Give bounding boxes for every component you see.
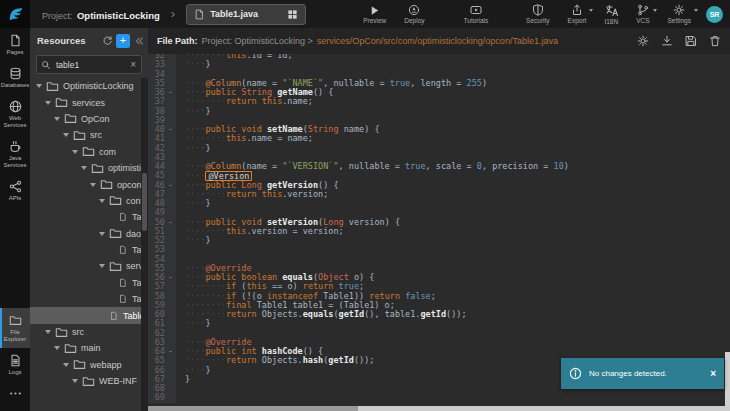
- resources-scrollbar-thumb[interactable]: [142, 173, 147, 231]
- tree-item[interactable]: main: [30, 340, 141, 356]
- expand-arrow-icon[interactable]: [99, 232, 105, 236]
- editor-settings-button[interactable]: [637, 35, 649, 47]
- tree-item[interactable]: webapp: [30, 357, 141, 373]
- rail-item-file-explorer[interactable]: File Explorer: [0, 308, 30, 348]
- editor-hscrollbar-thumb[interactable]: [148, 406, 358, 411]
- deploy-button[interactable]: Deploy: [404, 4, 424, 24]
- code-line[interactable]: 61····}: [148, 319, 730, 328]
- expand-arrow-icon[interactable]: [54, 346, 60, 350]
- fold-marker-icon[interactable]: -: [168, 125, 176, 134]
- tab-table1-java[interactable]: Table1.java: [186, 4, 306, 25]
- preview-button[interactable]: Preview: [363, 5, 386, 24]
- code-line[interactable]: 60········return Objects.equals(getId(),…: [148, 310, 730, 319]
- code-line[interactable]: 47········return this.version;: [148, 190, 730, 199]
- code-line[interactable]: 44····@Column(name = "`VERSION`", nullab…: [148, 162, 730, 171]
- rail-item-label: Databases: [1, 82, 30, 89]
- delete-file-button[interactable]: [709, 35, 721, 47]
- tree-item[interactable]: WEB-INF: [30, 373, 141, 389]
- api-icon: [9, 180, 22, 193]
- tree-item[interactable]: com: [30, 144, 141, 160]
- download-file-button[interactable]: [661, 35, 673, 47]
- security-button[interactable]: Security: [526, 4, 549, 24]
- expand-arrow-icon[interactable]: [81, 166, 87, 170]
- code-text: }: [176, 375, 190, 384]
- fold-marker-icon[interactable]: -: [168, 218, 176, 227]
- toast-close-button[interactable]: ×: [710, 368, 716, 379]
- fold-marker-icon[interactable]: -: [168, 347, 176, 356]
- expand-arrow-icon[interactable]: [63, 363, 69, 367]
- code-text: [176, 255, 185, 264]
- expand-arrow-icon[interactable]: [45, 101, 51, 105]
- settings-button[interactable]: Settings: [668, 4, 692, 24]
- tree-item[interactable]: optimisticlocking: [30, 160, 141, 176]
- code-line[interactable]: 41········this.name = name;: [148, 134, 730, 143]
- app-logo[interactable]: [0, 0, 30, 28]
- code-line[interactable]: 53: [148, 245, 730, 254]
- code-line[interactable]: 38····}: [148, 107, 730, 116]
- expand-arrow-icon[interactable]: [45, 330, 51, 334]
- tree-item[interactable]: src: [30, 324, 141, 340]
- tree-item[interactable]: service: [30, 258, 141, 274]
- code-text: [176, 393, 185, 402]
- search-input[interactable]: [54, 59, 129, 71]
- code-line[interactable]: 69: [148, 393, 730, 402]
- tree-item[interactable]: OptimisticLocking: [30, 78, 141, 94]
- coffee-icon: [9, 140, 22, 153]
- tree-item[interactable]: OpCon: [30, 111, 141, 127]
- tree-item[interactable]: Table1: [30, 209, 141, 225]
- file-path-actions: [637, 35, 721, 47]
- tree-item-label: src: [72, 327, 84, 337]
- tree-item[interactable]: dao: [30, 226, 141, 242]
- code-line[interactable]: 33····}: [148, 60, 730, 69]
- rail-item-apis[interactable]: APIs: [0, 174, 30, 207]
- rail-item-more[interactable]: [0, 381, 30, 407]
- resources-scrollbar[interactable]: [141, 78, 148, 411]
- add-resource-button[interactable]: +: [116, 34, 130, 48]
- tree-item[interactable]: Table1: [30, 242, 141, 258]
- rail-item-web-services[interactable]: Web Services: [0, 94, 30, 134]
- collapse-panel-icon[interactable]: [134, 36, 144, 46]
- i18n-button[interactable]: I18N: [604, 4, 618, 25]
- code-line[interactable]: 52····}: [148, 236, 730, 245]
- rail-item-java-services[interactable]: Java Services: [0, 134, 30, 174]
- folder-icon: [55, 326, 68, 339]
- fold-marker-icon[interactable]: -: [168, 181, 176, 190]
- save-file-button[interactable]: [685, 35, 697, 47]
- code-line[interactable]: 37········return this.name;: [148, 97, 730, 106]
- rail-item-pages[interactable]: Pages: [0, 28, 30, 61]
- rail-item-databases[interactable]: Databases: [0, 61, 30, 94]
- code-line[interactable]: 51········this.version = version;: [148, 227, 730, 236]
- expand-arrow-icon[interactable]: [54, 117, 60, 121]
- grid-view-icon[interactable]: [287, 9, 298, 20]
- expand-arrow-icon[interactable]: [72, 379, 78, 383]
- editor-horizontal-scrollbar[interactable]: [148, 406, 730, 411]
- rail-item-logs[interactable]: Logs: [0, 348, 30, 381]
- expand-arrow-icon[interactable]: [99, 199, 105, 203]
- fold-marker-icon[interactable]: -: [168, 273, 176, 282]
- expand-arrow-icon[interactable]: [99, 264, 105, 268]
- fold-marker-icon[interactable]: -: [168, 88, 176, 97]
- export-button[interactable]: Export: [568, 4, 587, 24]
- user-avatar[interactable]: SR: [706, 6, 723, 23]
- code-line[interactable]: 48····}: [148, 199, 730, 208]
- tree-item[interactable]: opcon: [30, 176, 141, 192]
- file-icon: [119, 245, 128, 255]
- expand-arrow-icon[interactable]: [90, 183, 96, 187]
- file-icon: [194, 9, 205, 20]
- refresh-icon[interactable]: [102, 35, 113, 46]
- vcs-button[interactable]: VCS: [636, 4, 649, 24]
- expand-arrow-icon[interactable]: [36, 84, 42, 88]
- editor-vertical-scrollbar[interactable]: [725, 352, 730, 411]
- tree-item[interactable]: controller: [30, 193, 141, 209]
- tree-item[interactable]: Table1: [30, 291, 141, 307]
- rail-item-label: Logs: [8, 369, 21, 376]
- tree-item[interactable]: services: [30, 94, 141, 110]
- expand-arrow-icon[interactable]: [72, 150, 78, 154]
- expand-arrow-icon[interactable]: [63, 133, 69, 137]
- tree-item[interactable]: Table1: [30, 275, 141, 291]
- tree-item[interactable]: Table1.java: [30, 307, 141, 323]
- clear-search-icon[interactable]: ×: [129, 59, 137, 70]
- code-line[interactable]: 42····}: [148, 144, 730, 153]
- tutorials-button[interactable]: Tutorials: [464, 4, 489, 24]
- tree-item[interactable]: src: [30, 127, 141, 143]
